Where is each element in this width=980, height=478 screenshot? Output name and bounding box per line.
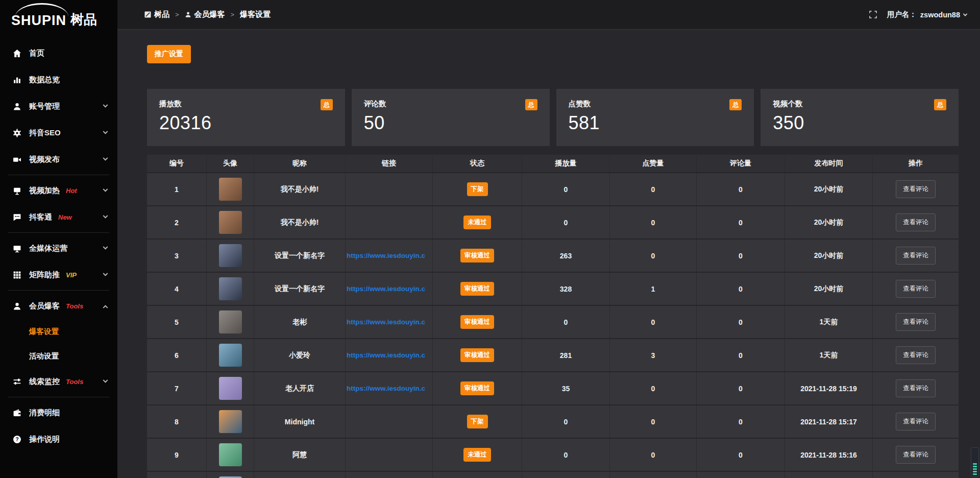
table-header-row: 编号 头像 昵称 链接 状态 播放量 点赞量 评论量 发布时间 操作 [147, 155, 959, 173]
cell-time: 1天前 [785, 339, 873, 371]
view-comments-button[interactable]: 查看评论 [896, 213, 936, 231]
sidebar-divider [8, 290, 109, 291]
sidebar-item-label: 全媒体运营 [29, 244, 67, 253]
cell-status: 下架 [433, 173, 522, 205]
fullscreen-icon[interactable] [869, 11, 877, 18]
cell-id: 3 [147, 240, 207, 272]
cell-actions: 查看评论 [873, 173, 959, 205]
video-link[interactable]: https://www.iesdouyin.c [346, 351, 432, 359]
sidebar-item-video-heat[interactable]: 视频加热 Hot [0, 177, 117, 204]
status-badge: 审核通过 [460, 249, 494, 262]
promo-settings-button[interactable]: 推广设置 [147, 45, 191, 63]
sidebar-item-douyin-seo[interactable]: 抖音SEO [0, 119, 117, 146]
sidebar-item-label: 线索监控 [29, 377, 60, 387]
cell-plays: 0 [522, 173, 610, 205]
view-comments-button[interactable]: 查看评论 [896, 346, 936, 364]
avatar [219, 410, 242, 433]
gear-icon [12, 128, 21, 137]
cell-likes: 0 [610, 306, 697, 338]
breadcrumb-separator: > [231, 11, 235, 18]
cell-status: 审核通过 [433, 273, 522, 305]
main-column: 树品 > 会员爆客 > 爆客设置 用户名： zswodun88 [117, 0, 980, 478]
logo-arc-decoration [15, 3, 68, 18]
cell-id: 4 [147, 273, 207, 305]
cell-likes: 0 [610, 240, 697, 272]
cell-time: 20小时前 [785, 206, 873, 238]
sidebar-item-media-operation[interactable]: 全媒体运营 [0, 235, 117, 261]
cell-time: 20小时前 [785, 240, 873, 272]
username-label: 用户名： [887, 10, 917, 19]
sidebar-item-video-publish[interactable]: 视频发布 [0, 146, 117, 173]
stat-label: 点赞数 [569, 99, 591, 109]
cell-plays: 0 [522, 206, 610, 238]
cell-nickname [254, 472, 346, 478]
avatar [219, 211, 242, 234]
sidebar-item-account-management[interactable]: 账号管理 [0, 93, 117, 119]
vip-tag: VIP [66, 271, 77, 279]
cell-avatar [207, 439, 254, 471]
chevron-down-icon [103, 186, 108, 192]
total-badge: 总 [729, 99, 742, 110]
floating-widget[interactable] [971, 447, 979, 477]
stat-value: 20316 [159, 112, 333, 134]
screen-icon [12, 186, 21, 195]
cell-status: 未通过 [433, 206, 522, 238]
col-header-actions: 操作 [873, 155, 959, 172]
stat-value: 581 [569, 112, 742, 134]
status-badge: 审核通过 [460, 348, 494, 362]
sidebar-item-doukertong[interactable]: 抖客通 New [0, 204, 117, 230]
monitor-icon [12, 244, 21, 253]
tools-tag: Tools [66, 378, 83, 386]
view-comments-button[interactable]: 查看评论 [896, 280, 936, 298]
cell-status: 审核通过 [433, 339, 522, 371]
cell-comments: 0 [697, 339, 785, 371]
chevron-up-icon [103, 305, 108, 310]
table-row: 7 老人开店 https://www.iesdouyin.c 审核通过 35 0… [147, 372, 959, 405]
sidebar-item-operation-guide[interactable]: ? 操作说明 [0, 426, 117, 452]
cell-comments: 0 [697, 173, 785, 205]
sidebar-item-data-overview[interactable]: 数据总览 [0, 66, 117, 93]
breadcrumb-item-member-baoke[interactable]: 会员爆客 [185, 10, 225, 19]
sidebar-divider [8, 397, 109, 397]
sidebar-divider [8, 232, 109, 233]
page-title: 爆客设置 [240, 10, 271, 19]
cell-actions: 查看评论 [873, 405, 959, 438]
cell-plays: 263 [522, 240, 610, 272]
sidebar-item-consumption-detail[interactable]: 消费明细 [0, 399, 117, 426]
video-link[interactable]: https://www.iesdouyin.c [346, 385, 432, 392]
sidebar-item-clue-monitor[interactable]: 线索监控 Tools [0, 368, 117, 395]
user-menu[interactable]: 用户名： zswodun88 [887, 10, 967, 19]
stat-card-likes: 点赞数 总 581 [556, 89, 754, 146]
chevron-down-icon [963, 12, 967, 16]
view-comments-button[interactable]: 查看评论 [896, 247, 936, 265]
view-comments-button[interactable]: 查看评论 [896, 413, 936, 431]
view-comments-button[interactable]: 查看评论 [896, 446, 936, 464]
cell-id: 8 [147, 405, 207, 438]
sidebar-item-matrix-boost[interactable]: 矩阵助推 VIP [0, 261, 117, 288]
video-link[interactable]: https://www.iesdouyin.c [346, 285, 432, 293]
video-link[interactable]: https://www.iesdouyin.c [346, 252, 432, 259]
cell-nickname: 我不是小帅! [254, 173, 346, 205]
logo-text-cn: 树品 [70, 11, 97, 29]
sidebar-item-member-baoke[interactable]: 会员爆客 Tools [0, 293, 117, 319]
sidebar-subitem-baoke-settings[interactable]: 爆客设置 [0, 319, 117, 344]
table-row: 3 设置一个新名字 https://www.iesdouyin.c 审核通过 2… [147, 240, 959, 273]
breadcrumb-item-root[interactable]: 树品 [144, 10, 169, 19]
video-link[interactable]: https://www.iesdouyin.c [346, 318, 432, 326]
cell-nickname: 小爱玲 [254, 339, 346, 371]
cell-link [346, 439, 433, 471]
brand-logo[interactable]: SHUPIN 树品 [0, 0, 117, 33]
view-comments-button[interactable]: 查看评论 [896, 180, 936, 198]
hot-tag: Hot [66, 187, 77, 195]
cell-id: 7 [147, 372, 207, 404]
chevron-down-icon [103, 129, 108, 134]
cell-likes: 0 [610, 405, 697, 438]
cell-plays [522, 472, 610, 478]
cell-actions: 查看评论 [873, 240, 959, 272]
view-comments-button[interactable]: 查看评论 [896, 379, 936, 397]
sidebar-subitem-activity-settings[interactable]: 活动设置 [0, 344, 117, 368]
view-comments-button[interactable]: 查看评论 [896, 313, 936, 331]
cell-status: 下架 [433, 405, 522, 438]
cell-status: 审核通过 [433, 306, 522, 338]
sidebar-item-home[interactable]: 首页 [0, 40, 117, 66]
